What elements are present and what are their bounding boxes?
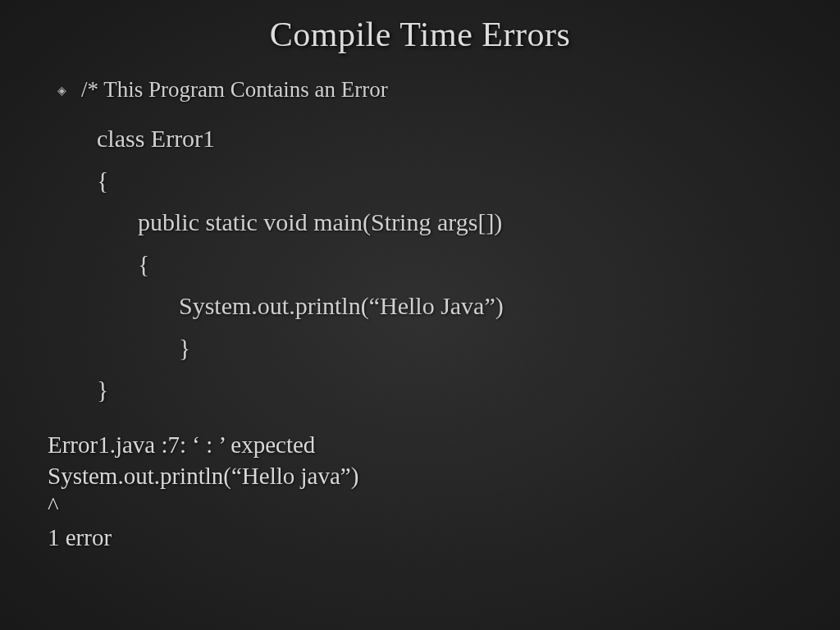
code-line: { (97, 243, 807, 285)
slide-title: Compile Time Errors (33, 15, 807, 54)
error-line: System.out.println(“Hello java”) (48, 461, 807, 492)
code-line: } (97, 368, 807, 410)
error-line: ^ (48, 491, 807, 523)
code-line: { (97, 159, 807, 201)
code-sample: class Error1 { public static void main(S… (97, 117, 807, 410)
code-line: class Error1 (97, 117, 807, 159)
compiler-error-output: Error1.java :7: ‘ : ’ expected System.ou… (48, 430, 807, 554)
bullet-item: ◈ /* This Program Contains an Error (57, 77, 807, 103)
code-line: System.out.println(“Hello Java”) (97, 285, 807, 326)
presentation-slide: Compile Time Errors ◈ /* This Program Co… (0, 0, 840, 630)
code-line: } (97, 326, 807, 368)
error-line: Error1.java :7: ‘ : ’ expected (48, 430, 807, 461)
code-line: public static void main(String args[]) (97, 201, 807, 243)
bullet-text: /* This Program Contains an Error (81, 77, 388, 103)
diamond-bullet-icon: ◈ (57, 84, 66, 98)
error-line: 1 error (48, 523, 807, 554)
